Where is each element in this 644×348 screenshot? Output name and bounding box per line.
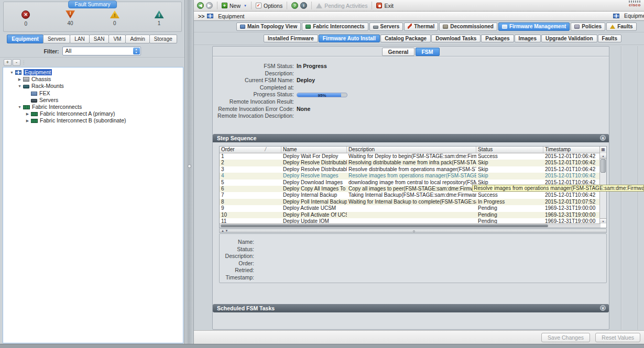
sub-tab-faults[interactable]: Faults — [598, 35, 621, 42]
step-row-10[interactable]: 10Deploy Poll Activate Of UCSMPending196… — [220, 212, 606, 218]
help-button[interactable]: ? — [291, 2, 298, 9]
nav-tab-san[interactable]: SAN — [89, 35, 110, 43]
reset-values-button[interactable]: Reset Values — [595, 333, 640, 342]
sub-tab-packages[interactable]: Packages — [481, 35, 514, 42]
filter-value: All — [66, 48, 72, 54]
fault-indicator-critical[interactable]: ✕0 — [10, 10, 41, 27]
expand-all-button[interactable]: + — [4, 59, 12, 66]
filter-dropdown[interactable]: All ▲▼ — [62, 47, 141, 55]
nav-tab-equipment[interactable]: Equipment — [7, 35, 43, 43]
field-label: Timestamp: — [220, 274, 254, 282]
dropdown-stepper-icon[interactable]: ▲▼ — [133, 48, 140, 54]
tree-item-servers[interactable]: Servers — [3, 97, 183, 104]
nav-tab-storage[interactable]: Storage — [149, 35, 177, 43]
fault-count: 0 — [99, 20, 130, 26]
tree-item-rack-mounts[interactable]: ▼Rack-Mounts — [3, 83, 183, 89]
scroll-down-icon[interactable]: ▼ — [600, 218, 606, 223]
main-tab-servers[interactable]: Servers — [369, 23, 403, 31]
step-row-1[interactable]: 1Deploy Wait For DeployWaiting for Deplo… — [220, 153, 606, 160]
pending-activities-button[interactable]: Pending Activities — [316, 3, 367, 9]
nav-tab-vm[interactable]: VM — [108, 35, 126, 43]
column-header-order[interactable]: Order/ — [220, 147, 281, 153]
expander-closed-icon[interactable]: ▶ — [16, 76, 23, 83]
cell-name: Deploy Poll Activate Of UCSM — [281, 212, 347, 218]
sub-tab-firmware-auto-install[interactable]: Firmware Auto Install — [319, 35, 380, 42]
step-row-9[interactable]: 9Deploy Activate UCSMPending1969-12-31T1… — [220, 205, 606, 211]
collapse-all-button[interactable]: - — [13, 59, 20, 66]
tree-item-fabric-interconnect-a-primary[interactable]: ▶Fabric Interconnect A (primary) — [3, 110, 183, 117]
cell-description: Taking Internal Backup(FSM-STAGE:sam:dme… — [347, 192, 476, 198]
expander-closed-icon[interactable]: ▶ — [24, 110, 31, 117]
info-button[interactable]: i — [300, 2, 307, 9]
table-detail-splitter[interactable]: ▲ ▼ — [219, 229, 607, 233]
sub-tab-upgrade-validation[interactable]: Upgrade Validation — [541, 35, 597, 42]
step-row-8[interactable]: 8Deploy Poll Internal BackupWaiting for … — [220, 199, 606, 205]
main-tab-firmware-management[interactable]: Firmware Management — [498, 23, 570, 31]
expander-open-icon[interactable]: ▼ — [16, 83, 23, 89]
step-sequence-header[interactable]: Step Sequence ∧ — [213, 134, 609, 142]
step-row-3[interactable]: 3Deploy Resolve DistributableResolve dis… — [220, 166, 606, 173]
tree-item-fabric-interconnect-b-subordinate[interactable]: ▶Fabric Interconnect B (subordinate) — [3, 117, 183, 124]
step-row-7[interactable]: 7Deploy Internal BackupTaking Internal B… — [220, 192, 606, 198]
table-customize-icon[interactable]: ▦ — [599, 147, 606, 153]
sub-tab-download-tasks[interactable]: Download Tasks — [431, 35, 481, 42]
chevron-down-icon[interactable]: ▼ — [244, 4, 247, 7]
nav-tab-lan[interactable]: LAN — [70, 35, 89, 43]
step-row-4[interactable]: 4Deploy Resolve ImagesResolve images fro… — [220, 173, 606, 179]
forward-button[interactable]: ▶ — [206, 2, 213, 9]
fabric-interconnect-icon — [31, 112, 38, 116]
sub-tab-images[interactable]: Images — [515, 35, 541, 42]
expander-closed-icon[interactable]: ▶ — [24, 117, 31, 124]
tree-item-fex[interactable]: FEX — [3, 90, 183, 97]
scroll-up-icon[interactable]: ▲ — [600, 153, 606, 159]
nav-tab-admin[interactable]: Admin — [125, 35, 149, 43]
view-tab-fsm[interactable]: FSM — [416, 48, 440, 56]
toolbar-separator — [287, 2, 287, 9]
expand-section-icon[interactable]: ∨ — [600, 305, 606, 311]
sub-tab-installed-firmware[interactable]: Installed Firmware — [264, 35, 318, 42]
expander-open-icon[interactable]: ▼ — [16, 104, 23, 110]
horizontal-scrollbar[interactable] — [220, 223, 601, 228]
step-row-2[interactable]: 2Deploy Resolve Distributabl...Resolving… — [220, 160, 606, 166]
fault-indicator-major[interactable]: !40 — [54, 10, 86, 27]
expander-open-icon[interactable]: ▼ — [8, 69, 15, 76]
column-header-name[interactable]: Name — [281, 147, 347, 153]
sub-tab-catalog-package[interactable]: Catalog Package — [380, 35, 431, 42]
tree-item-label: Fabric Interconnects — [32, 104, 82, 110]
column-header-description[interactable]: Description — [347, 147, 476, 153]
nav-tab-servers[interactable]: Servers — [43, 35, 70, 43]
scrollbar-thumb[interactable] — [601, 159, 606, 173]
tree-item-fabric-interconnects[interactable]: ▼Fabric Interconnects — [3, 104, 183, 110]
main-tab-fabric-interconnects[interactable]: Fabric Interconnects — [302, 23, 368, 31]
tree-item-equipment[interactable]: ▼Equipment — [3, 69, 183, 76]
main-tab-faults[interactable]: Faults — [606, 23, 636, 31]
breadcrumb-current[interactable]: Equipment — [218, 13, 244, 19]
breadcrumb: >> Equipment Equipment — [194, 12, 644, 21]
back-button[interactable]: ◀ — [197, 2, 204, 9]
vertical-splitter[interactable] — [184, 0, 194, 344]
cell-order: 8 — [220, 199, 281, 205]
fault-indicator-minor[interactable]: !0 — [99, 10, 130, 27]
fault-indicator-warning[interactable]: !1 — [144, 10, 175, 27]
faults-icon — [610, 25, 615, 29]
splitter-handle-icon[interactable] — [413, 230, 415, 232]
main-tab-decommissioned[interactable]: Decommissioned — [439, 23, 497, 31]
main-tab-main-topology-view[interactable]: Main Topology View — [236, 23, 301, 31]
main-tab-policies[interactable]: Policies — [571, 23, 605, 31]
column-header-timestamp[interactable]: Timestamp — [543, 147, 601, 153]
new-button[interactable]: + New ▼ — [222, 3, 247, 9]
splitter-handle-icon[interactable] — [188, 164, 191, 168]
toolbar-separator — [217, 2, 217, 9]
save-changes-button[interactable]: Save Changes — [541, 333, 590, 342]
options-button[interactable]: ✓ Options — [256, 3, 282, 9]
tree-item-chassis[interactable]: ▶Chassis — [3, 76, 183, 83]
main-tab-thermal[interactable]: Thermal — [404, 23, 438, 31]
scheduled-fsm-tasks-header[interactable]: Scheduled FSM Tasks ∨ — [213, 304, 609, 312]
tree-toolbar: +-⋮ — [4, 59, 26, 66]
view-tab-general[interactable]: General — [382, 48, 414, 56]
collapse-section-icon[interactable]: ∧ — [600, 135, 606, 141]
exit-button[interactable]: Exit — [376, 3, 394, 9]
column-header-status[interactable]: Status — [476, 147, 543, 153]
scrollbar-thumb[interactable] — [221, 224, 548, 227]
breadcrumb-right: Equipment — [613, 13, 644, 19]
